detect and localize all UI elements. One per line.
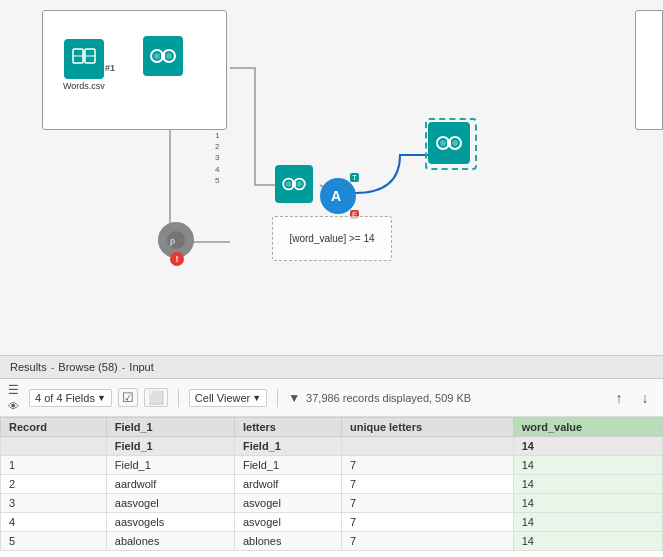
svg-point-23 (440, 140, 446, 146)
svg-point-12 (154, 53, 160, 59)
separator-2 (277, 389, 278, 407)
svg-rect-22 (447, 140, 451, 146)
cell-1-4: 14 (513, 456, 662, 475)
col-record[interactable]: Record (1, 418, 107, 437)
cell-0-4: 14 (513, 437, 662, 456)
chevron-down-icon: ▼ (97, 393, 106, 403)
cell-1-0: 1 (1, 456, 107, 475)
table-row[interactable]: Field_1Field_114 (1, 437, 663, 456)
eye-icon[interactable]: 👁 (8, 400, 19, 412)
col-field1[interactable]: Field_1 (106, 418, 234, 437)
filter-formula-box: [word_value] >= 14 (272, 216, 392, 261)
input-bounding-box: Words.csv #1 (42, 10, 227, 130)
svg-rect-11 (161, 53, 165, 59)
binoculars-node-2[interactable] (275, 165, 313, 203)
binoculars-icon-3 (436, 133, 462, 153)
sort-down-button[interactable]: ↓ (635, 388, 655, 408)
table-row[interactable]: 1Field_1Field_1714 (1, 456, 663, 475)
input-tab-label: Input (129, 361, 153, 373)
cell-4-1: aasvogels (106, 513, 234, 532)
svg-text:ρ: ρ (170, 235, 175, 246)
file-label: Words.csv (63, 81, 105, 91)
cell-5-0: 5 (1, 532, 107, 551)
binoculars-icon-1 (150, 46, 176, 66)
cell-2-0: 2 (1, 475, 107, 494)
book-node[interactable]: Words.csv (63, 39, 105, 91)
cell-3-3: 7 (341, 494, 513, 513)
table-row[interactable]: 4aasvogelsasvogel714 (1, 513, 663, 532)
chevron-down-icon-2: ▼ (252, 393, 261, 403)
cell-4-3: 7 (341, 513, 513, 532)
cell-0-2: Field_1 (234, 437, 341, 456)
separator-1 (178, 389, 179, 407)
cell-5-3: 7 (341, 532, 513, 551)
number-badges: 12345 (215, 130, 219, 186)
cell-1-1: Field_1 (106, 456, 234, 475)
binoculars-node-3[interactable] (428, 122, 470, 164)
filter-node[interactable]: A T F (320, 178, 356, 214)
browse-label: Browse (58) (58, 361, 117, 373)
table-row[interactable]: 2aardwolfardwolf714 (1, 475, 663, 494)
filter-icon: A (327, 187, 349, 205)
error-badge: ! (170, 252, 184, 266)
cell-2-2: ardwolf (234, 475, 341, 494)
binoculars-icon-2 (282, 175, 306, 193)
cell-4-4: 14 (513, 513, 662, 532)
records-info: 37,986 records displayed, 509 KB (306, 392, 471, 404)
results-table: Record Field_1 letters unique letters wo… (0, 417, 663, 551)
col-word-value[interactable]: word_value (513, 418, 662, 437)
check-icon[interactable]: ☑ (118, 388, 138, 407)
cell-viewer-label: Cell Viewer (195, 392, 250, 404)
cell-2-1: aardwolf (106, 475, 234, 494)
svg-point-17 (286, 181, 291, 186)
cell-3-1: aasvogel (106, 494, 234, 513)
fields-dropdown[interactable]: 4 of 4 Fields ▼ (29, 389, 112, 407)
cell-2-4: 14 (513, 475, 662, 494)
badge-num: #1 (105, 63, 115, 73)
table-row[interactable]: 5abalonesablones714 (1, 532, 663, 551)
hamburger-icon[interactable]: ☰ (8, 383, 19, 397)
col-unique[interactable]: unique letters (341, 418, 513, 437)
results-panel: Results - Browse (58) - Input ☰ 👁 4 of 4… (0, 355, 663, 557)
results-header: Results - Browse (58) - Input (0, 356, 663, 379)
binoculars-node-1[interactable] (143, 36, 183, 76)
cell-0-0 (1, 437, 107, 456)
cell-5-4: 14 (513, 532, 662, 551)
results-toolbar: ☰ 👁 4 of 4 Fields ▼ ☑ ⬜ Cell Viewer ▼ ▼ … (0, 379, 663, 417)
sort-up-button[interactable]: ↑ (609, 388, 629, 408)
svg-point-13 (166, 53, 172, 59)
right-box (635, 10, 663, 130)
book-icon (71, 48, 97, 70)
col-letters[interactable]: letters (234, 418, 341, 437)
fields-label: 4 of 4 Fields (35, 392, 95, 404)
svg-rect-16 (292, 181, 296, 186)
cell-5-2: ablones (234, 532, 341, 551)
svg-point-24 (452, 140, 458, 146)
uncheck-icon[interactable]: ⬜ (144, 388, 168, 407)
cell-2-3: 7 (341, 475, 513, 494)
canvas-area: Input Words.csv #1 (0, 0, 663, 355)
cell-4-2: asvogel (234, 513, 341, 532)
cell-3-0: 3 (1, 494, 107, 513)
svg-text:A: A (331, 188, 341, 204)
table-row[interactable]: 3aasvogelasvogel714 (1, 494, 663, 513)
cell-1-2: Field_1 (234, 456, 341, 475)
python-icon: ρ (165, 229, 187, 251)
cell-0-1: Field_1 (106, 437, 234, 456)
cell-0-3 (341, 437, 513, 456)
svg-point-18 (297, 181, 302, 186)
cell-3-2: asvogel (234, 494, 341, 513)
cell-3-4: 14 (513, 494, 662, 513)
cell-4-0: 4 (1, 513, 107, 532)
cell-viewer-dropdown[interactable]: Cell Viewer ▼ (189, 389, 267, 407)
cell-1-3: 7 (341, 456, 513, 475)
table-container[interactable]: Record Field_1 letters unique letters wo… (0, 417, 663, 557)
filter-icon[interactable]: ▼ (288, 391, 300, 405)
cell-5-1: abalones (106, 532, 234, 551)
results-label: Results (10, 361, 47, 373)
